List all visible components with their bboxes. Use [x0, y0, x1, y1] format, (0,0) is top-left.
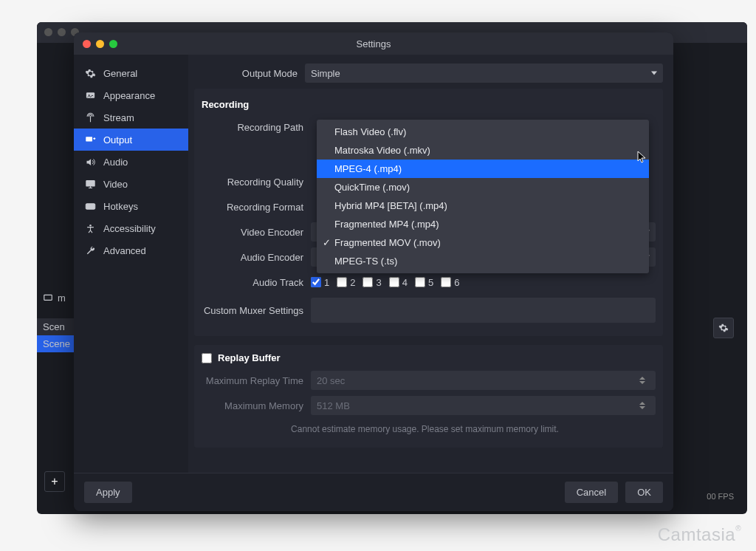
- svg-rect-6: [86, 203, 95, 209]
- recording-heading: Recording: [202, 99, 656, 110]
- format-option-mkv[interactable]: Matroska Video (.mkv): [317, 141, 649, 160]
- gear-icon: [84, 67, 96, 79]
- sidebar-item-label: Video: [103, 179, 128, 190]
- bg-fps-indicator: 00 FPS: [707, 492, 734, 501]
- settings-dialog: Settings General Appearance Stream Outpu…: [74, 32, 673, 511]
- ok-button[interactable]: OK: [625, 482, 663, 503]
- sidebar-item-label: Appearance: [103, 90, 155, 101]
- format-option-fragmented-mp4[interactable]: Fragmented MP4 (.mp4): [317, 215, 649, 233]
- audio-track-1[interactable]: 1: [311, 277, 329, 288]
- sidebar-item-stream[interactable]: Stream: [74, 106, 188, 129]
- cancel-button[interactable]: Cancel: [565, 482, 618, 503]
- audio-track-5[interactable]: 5: [415, 277, 433, 288]
- audio-track-2[interactable]: 2: [337, 277, 355, 288]
- monitor-icon: [84, 178, 96, 190]
- replay-info-text: Cannot estimate memory usage. Please set…: [194, 421, 656, 440]
- format-option-fragmented-mov[interactable]: ✓Fragmented MOV (.mov): [317, 233, 649, 252]
- sidebar-item-output[interactable]: Output: [74, 129, 188, 151]
- accessibility-icon: [84, 222, 96, 234]
- keyboard-icon: [84, 200, 96, 212]
- svg-rect-0: [44, 295, 52, 300]
- format-option-mov[interactable]: QuickTime (.mov): [317, 178, 649, 196]
- audio-track-6[interactable]: 6: [441, 277, 459, 288]
- antenna-icon: [84, 112, 96, 123]
- bg-traffic-dot: [58, 28, 66, 36]
- sidebar-item-advanced[interactable]: Advanced: [74, 239, 188, 261]
- settings-sidebar: General Appearance Stream Output Audio V…: [74, 55, 188, 473]
- bg-settings-button[interactable]: [713, 318, 734, 338]
- sidebar-item-label: Audio: [103, 157, 128, 168]
- format-option-hybrid-mp4[interactable]: Hybrid MP4 [BETA] (.mp4): [317, 196, 649, 215]
- replay-buffer-checkbox[interactable]: [202, 353, 212, 363]
- video-encoder-label: Video Encoder: [194, 227, 311, 238]
- settings-main-panel: Output Mode Simple Recording Recording P…: [188, 55, 673, 473]
- apply-button[interactable]: Apply: [84, 482, 132, 503]
- dialog-title: Settings: [357, 38, 391, 49]
- minimize-traffic-light[interactable]: [96, 40, 104, 48]
- camtasia-watermark: Camtasia®: [658, 524, 741, 545]
- audio-track-3[interactable]: 3: [362, 277, 381, 288]
- sidebar-item-label: Accessibility: [103, 223, 156, 234]
- sidebar-item-appearance[interactable]: Appearance: [74, 84, 188, 106]
- max-replay-time-input[interactable]: 20 sec: [311, 371, 656, 390]
- recording-path-label: Recording Path: [194, 122, 311, 133]
- bg-traffic-dot: [44, 28, 52, 36]
- bg-source-item: m: [37, 288, 74, 308]
- custom-muxer-input[interactable]: [311, 298, 656, 323]
- dialog-footer: Apply Cancel OK: [74, 473, 673, 511]
- sidebar-item-general[interactable]: General: [74, 62, 188, 84]
- sidebar-item-label: General: [103, 68, 137, 79]
- custom-muxer-label: Custom Muxer Settings: [194, 305, 311, 316]
- format-option-mp4[interactable]: MPEG-4 (.mp4): [317, 160, 649, 178]
- svg-rect-4: [86, 137, 92, 141]
- sidebar-item-label: Output: [103, 134, 132, 146]
- maximize-traffic-light[interactable]: [109, 40, 117, 48]
- output-icon: [84, 134, 96, 146]
- close-traffic-light[interactable]: [83, 40, 91, 48]
- recording-quality-label: Recording Quality: [194, 177, 311, 188]
- output-mode-select[interactable]: Simple: [305, 64, 663, 83]
- audio-track-label: Audio Track: [194, 277, 311, 288]
- sidebar-item-video[interactable]: Video: [74, 173, 188, 195]
- max-memory-label: Maximum Memory: [194, 400, 311, 411]
- max-memory-input[interactable]: 512 MB: [311, 396, 656, 415]
- dialog-titlebar: Settings: [74, 32, 673, 55]
- recording-format-dropdown[interactable]: Flash Video (.flv) Matroska Video (.mkv)…: [317, 120, 649, 273]
- recording-format-label: Recording Format: [194, 202, 311, 213]
- recording-section: Recording Recording Path Recording Quali…: [194, 89, 663, 336]
- output-mode-label: Output Mode: [188, 68, 305, 79]
- max-replay-time-label: Maximum Replay Time: [194, 375, 311, 386]
- format-option-mpeg-ts[interactable]: MPEG-TS (.ts): [317, 252, 649, 270]
- audio-encoder-label: Audio Encoder: [194, 252, 311, 263]
- wrench-icon: [84, 244, 96, 256]
- audio-track-4[interactable]: 4: [389, 277, 408, 288]
- sidebar-item-label: Advanced: [103, 245, 146, 256]
- replay-buffer-section: Replay Buffer Maximum Replay Time 20 sec…: [194, 345, 663, 448]
- sidebar-item-label: Hotkeys: [103, 201, 138, 212]
- sidebar-item-accessibility[interactable]: Accessibility: [74, 217, 188, 239]
- bg-scene-selected: Scene: [37, 335, 74, 352]
- appearance-icon: [84, 89, 96, 101]
- format-option-flv[interactable]: Flash Video (.flv): [317, 123, 649, 141]
- sidebar-item-audio[interactable]: Audio: [74, 151, 188, 173]
- sidebar-item-label: Stream: [103, 112, 134, 123]
- speaker-icon: [84, 156, 96, 168]
- bg-scene-header: Scen: [37, 318, 74, 335]
- sidebar-item-hotkeys[interactable]: Hotkeys: [74, 195, 188, 217]
- svg-point-7: [89, 224, 92, 226]
- audio-track-checkboxes: 1 2 3 4 5 6: [311, 277, 656, 288]
- replay-buffer-heading: Replay Buffer: [218, 352, 281, 363]
- svg-rect-5: [86, 180, 94, 186]
- bg-add-button[interactable]: +: [44, 471, 65, 492]
